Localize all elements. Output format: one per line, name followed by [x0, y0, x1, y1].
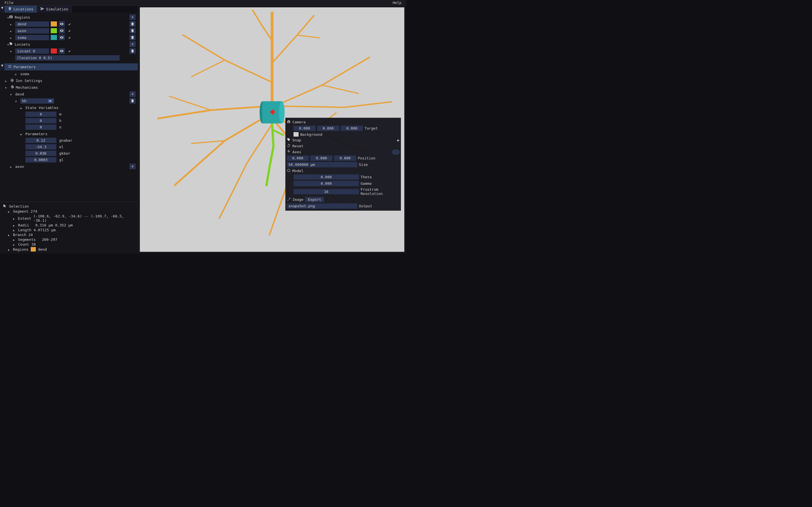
tab-simulation-label: Simulation — [46, 7, 68, 11]
theta-label: Theta — [361, 175, 395, 179]
add-region-button[interactable] — [130, 14, 136, 20]
chevron-down-icon[interactable] — [2, 15, 7, 19]
refresh-icon — [287, 144, 291, 149]
position-y-input[interactable] — [310, 156, 333, 161]
bullet-icon — [8, 209, 11, 214]
state-var-value-input[interactable] — [26, 124, 56, 130]
bullet-icon — [13, 228, 16, 232]
reset-row[interactable]: Reset — [287, 143, 400, 149]
theta-input[interactable] — [294, 174, 359, 180]
selection-header[interactable]: Selection — [3, 204, 135, 209]
position-row: Position — [287, 155, 400, 161]
chevron-down-icon[interactable] — [2, 42, 7, 47]
state-vars-header: State Variables — [0, 104, 138, 111]
chevron-down-icon[interactable] — [10, 92, 13, 96]
sel-regions-label: Regions — [13, 247, 29, 251]
state-vars-label: State Variables — [26, 106, 58, 110]
add-locset-button[interactable] — [130, 41, 136, 47]
check-icon[interactable]: ✔ — [66, 48, 73, 54]
target-y-input[interactable] — [317, 126, 339, 131]
chevron-right-icon[interactable] — [10, 22, 13, 26]
mech-axon-row[interactable]: axon — [0, 163, 138, 170]
check-icon[interactable]: ✔ — [66, 35, 73, 40]
export-button[interactable]: Export — [305, 197, 324, 202]
axes-toggle[interactable] — [392, 150, 400, 154]
tag-icon — [287, 138, 291, 143]
locset-name[interactable]: Locset 0 — [15, 48, 49, 54]
region-name[interactable]: axon — [15, 28, 49, 34]
trash-icon[interactable] — [130, 21, 136, 27]
trash-icon[interactable] — [130, 35, 136, 40]
bullet-icon — [20, 106, 24, 110]
axes-label: Axes — [292, 150, 301, 154]
ion-settings-row[interactable]: Ion Settings — [0, 77, 138, 84]
locset-expression-input[interactable] — [15, 55, 119, 61]
check-icon[interactable]: ✔ — [66, 28, 73, 34]
region-name[interactable]: dend — [15, 21, 49, 27]
chevron-right-icon[interactable] — [10, 36, 13, 40]
background-color-swatch[interactable] — [294, 132, 299, 136]
region-color-swatch[interactable] — [51, 21, 57, 26]
add-mechanism-button[interactable] — [130, 91, 136, 97]
eye-icon[interactable] — [59, 21, 65, 27]
trash-icon[interactable] — [130, 98, 136, 104]
segment-label: Segment 274 — [13, 209, 37, 214]
state-var-value-input[interactable] — [26, 112, 56, 117]
gamma-input[interactable] — [294, 181, 359, 186]
length-row: Length 4.07125 μm — [3, 228, 135, 232]
add-mechanism-button[interactable] — [130, 164, 136, 169]
param-value-input[interactable] — [26, 157, 56, 163]
bullet-icon — [13, 237, 16, 242]
trash-icon[interactable] — [130, 48, 136, 54]
chevron-right-icon[interactable] — [10, 165, 13, 169]
chevron-down-icon[interactable] — [10, 49, 13, 53]
collapse-locations-icon[interactable]: ▼ — [0, 6, 4, 13]
snap-row[interactable]: Snap ▶ — [287, 137, 400, 143]
region-color-swatch[interactable] — [51, 28, 57, 33]
position-x-input[interactable] — [287, 156, 309, 161]
position-z-input[interactable] — [334, 156, 356, 161]
size-input[interactable] — [287, 162, 357, 167]
eye-icon[interactable] — [59, 48, 65, 54]
tab-parameters[interactable]: Parameters — [4, 63, 138, 70]
param-value-input[interactable] — [26, 151, 56, 156]
camera-label: Camera — [292, 120, 306, 124]
ion-settings-label: Ion Settings — [16, 78, 42, 83]
count-row: Count 38 — [3, 242, 135, 247]
axes-header: Axes — [287, 149, 400, 155]
trash-icon[interactable] — [130, 28, 136, 34]
mechanism-dropdown[interactable]: hh ▼ — [20, 98, 54, 104]
param-value-input[interactable] — [26, 144, 56, 150]
bullet-icon — [20, 132, 24, 136]
tab-simulation[interactable]: Simulation — [37, 6, 71, 13]
menu-file[interactable]: File — [3, 1, 15, 5]
tab-locations-label: Locations — [13, 7, 33, 11]
camera-panel: Camera Target Background Snap ▶ — [285, 118, 401, 211]
chevron-right-icon[interactable] — [15, 72, 18, 76]
tab-locations[interactable]: Locations — [4, 6, 37, 13]
chevron-right-icon[interactable] — [10, 29, 13, 33]
chevron-down-icon[interactable] — [5, 86, 8, 90]
collapse-parameters-icon[interactable]: ▼ — [0, 63, 4, 70]
chevron-right-icon[interactable] — [5, 78, 8, 83]
eye-icon[interactable] — [59, 35, 65, 40]
eye-icon[interactable] — [59, 28, 65, 34]
menu-help[interactable]: Help — [391, 1, 403, 5]
state-var-value-input[interactable] — [26, 118, 56, 123]
soma-row[interactable]: soma — [0, 70, 138, 77]
region-name[interactable]: soma — [15, 35, 49, 40]
region-row: axon ✔ — [0, 27, 138, 34]
target-x-input[interactable] — [294, 126, 315, 131]
output-input[interactable] — [287, 203, 357, 209]
region-color-swatch[interactable] — [51, 35, 57, 40]
chevron-down-icon: ▼ — [48, 100, 52, 103]
locset-color-swatch[interactable] — [51, 48, 57, 54]
chevron-down-icon[interactable] — [15, 99, 18, 103]
frustrum-input[interactable] — [294, 189, 359, 194]
param-value-input[interactable] — [26, 138, 56, 143]
target-z-input[interactable] — [341, 126, 363, 131]
chevron-right-icon[interactable]: ▶ — [397, 138, 400, 142]
snap-label: Snap — [292, 138, 301, 142]
check-icon[interactable]: ✔ — [66, 21, 73, 27]
output-row: Output — [287, 203, 400, 209]
